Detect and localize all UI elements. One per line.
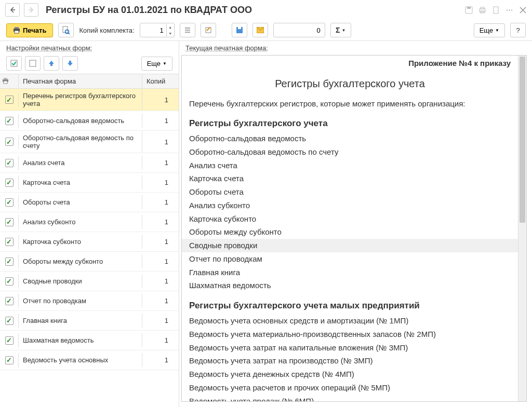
- table-row[interactable]: ✓Оборотно-сальдовая ведомость по счету1: [0, 131, 179, 153]
- row-name: Анализ субконто: [19, 215, 142, 229]
- table-row[interactable]: ✓Анализ счета1: [0, 153, 179, 173]
- help-button[interactable]: ?: [510, 23, 526, 37]
- table-row[interactable]: ✓Обороты между субконто1: [0, 252, 179, 272]
- svg-rect-22: [4, 81, 7, 84]
- row-checkbox[interactable]: ✓: [5, 159, 14, 167]
- sigma-button[interactable]: Σ▼: [330, 23, 351, 37]
- row-copies: 1: [142, 156, 179, 170]
- spinner-down-icon[interactable]: ▼: [167, 30, 174, 36]
- right-panel: Текущая печатная форма: Приложение №4 к …: [179, 41, 532, 407]
- table-row[interactable]: ✓Шахматная ведомость1: [0, 331, 179, 350]
- save-icon[interactable]: [464, 6, 473, 14]
- row-name: Главная книга: [19, 314, 142, 328]
- table-row[interactable]: ✓Анализ субконто1: [0, 212, 179, 232]
- table-row[interactable]: ✓Ведомость учета основных1: [0, 350, 179, 370]
- check-all-button[interactable]: [6, 56, 22, 71]
- row-copies: 1: [142, 333, 179, 347]
- doc-h2-2: Регистры бухгалтерского учета малых пред…: [182, 297, 518, 314]
- row-copies: 1: [142, 353, 179, 367]
- row-copies: 1: [142, 195, 179, 209]
- forms-list: Печатная форма Копий ✓Перечень регистров…: [0, 74, 179, 407]
- table-row[interactable]: ✓Перечень регистров бухгалтерского учета…: [0, 89, 179, 111]
- svg-rect-16: [238, 27, 241, 29]
- close-icon[interactable]: [518, 6, 527, 14]
- row-name: Шахматная ведомость: [19, 333, 142, 347]
- print-button-label: Печать: [23, 26, 46, 34]
- doc-intro: Перечень бухгалтерских регистров, которы…: [182, 99, 518, 115]
- row-copies: 1: [142, 93, 179, 107]
- row-name: Ведомость учета основных: [19, 353, 142, 367]
- col-name-header[interactable]: Печатная форма: [19, 74, 142, 88]
- doc-line: Ведомость учета материально-производстве…: [182, 328, 518, 341]
- col-print-header[interactable]: [0, 74, 19, 88]
- table-row[interactable]: ✓Карточка счета1: [0, 173, 179, 193]
- doc-appendix-header: Приложение №4 к приказу: [182, 56, 518, 71]
- row-checkbox[interactable]: ✓: [5, 218, 14, 226]
- row-copies: 1: [142, 175, 179, 189]
- table-row[interactable]: ✓Отчет по проводкам1: [0, 291, 179, 311]
- svg-rect-3: [481, 7, 484, 9]
- forward-button[interactable]: [24, 3, 38, 17]
- row-name: Оборотно-сальдовая ведомость: [19, 114, 142, 128]
- row-checkbox[interactable]: ✓: [5, 117, 14, 125]
- row-checkbox[interactable]: ✓: [5, 336, 14, 345]
- row-checkbox[interactable]: ✓: [5, 356, 14, 364]
- doc-line: Главная книга: [182, 266, 518, 279]
- table-row[interactable]: ✓Главная книга1: [0, 311, 179, 331]
- table-row[interactable]: ✓Обороты счета1: [0, 193, 179, 212]
- toolbar-edit-button[interactable]: [201, 23, 216, 37]
- row-copies: 1: [142, 274, 179, 288]
- row-checkbox[interactable]: ✓: [5, 277, 14, 286]
- row-checkbox[interactable]: ✓: [5, 138, 14, 146]
- row-checkbox[interactable]: ✓: [5, 96, 14, 104]
- row-checkbox[interactable]: ✓: [5, 238, 14, 246]
- titlebar: Регистры БУ на 01.01.2021 по КВАДРАТ ООО: [0, 0, 532, 20]
- doc-line: Ведомость учета расчетов и прочих операц…: [182, 381, 518, 395]
- table-row[interactable]: ✓Сводные проводки1: [0, 272, 179, 291]
- toolbar-more-button[interactable]: Еще▼: [474, 23, 505, 37]
- row-checkbox[interactable]: ✓: [5, 257, 14, 266]
- move-down-button[interactable]: [62, 56, 78, 71]
- left-more-button[interactable]: Еще▼: [141, 57, 172, 71]
- svg-point-7: [509, 9, 510, 10]
- doc-line: Оборотно-сальдовая ведомость по счету: [182, 145, 518, 159]
- row-checkbox[interactable]: ✓: [5, 179, 14, 187]
- document-icon[interactable]: [491, 6, 500, 14]
- table-row[interactable]: ✓Карточка субконто1: [0, 232, 179, 252]
- copies-input[interactable]: [140, 24, 166, 36]
- toolbar-mail-button[interactable]: [252, 23, 268, 37]
- svg-rect-19: [30, 60, 36, 66]
- list-header: Печатная форма Копий: [0, 74, 179, 89]
- row-name: Сводные проводки: [19, 274, 142, 288]
- table-row[interactable]: ✓Оборотно-сальдовая ведомость1: [0, 111, 179, 131]
- more-icon[interactable]: [505, 6, 513, 14]
- copies-label: Копий комплекта:: [79, 26, 134, 34]
- row-copies: 1: [142, 314, 179, 328]
- toolbar-list-button[interactable]: [180, 23, 195, 37]
- row-name: Карточка субконто: [19, 235, 142, 249]
- row-checkbox[interactable]: ✓: [5, 198, 14, 207]
- row-copies: 1: [142, 114, 179, 128]
- col-copies-header[interactable]: Копий: [142, 74, 179, 88]
- row-checkbox[interactable]: ✓: [5, 297, 14, 305]
- copies-spinner[interactable]: ▲ ▼: [140, 23, 175, 37]
- preview-button[interactable]: [58, 23, 74, 37]
- vertical-scrollbar[interactable]: [518, 56, 526, 401]
- row-name: Анализ счета: [19, 156, 142, 170]
- number-input[interactable]: [273, 23, 325, 37]
- print-icon[interactable]: [478, 6, 486, 14]
- doc-line: Ведомость учета затрат на производство (…: [182, 354, 518, 368]
- main-toolbar: Печать Копий комплекта: ▲ ▼ Σ▼ Еще▼ ?: [0, 20, 532, 41]
- back-button[interactable]: [5, 3, 20, 17]
- svg-rect-1: [467, 7, 471, 9]
- spinner-up-icon[interactable]: ▲: [167, 24, 174, 30]
- move-up-button[interactable]: [44, 56, 59, 71]
- row-copies: 1: [142, 254, 179, 268]
- print-button[interactable]: Печать: [6, 23, 53, 37]
- row-checkbox[interactable]: ✓: [5, 317, 14, 325]
- scrollbar-thumb[interactable]: [520, 57, 525, 223]
- document-viewer: Приложение №4 к приказу Регистры бухгалт…: [181, 55, 527, 402]
- doc-line: Сводные проводки: [182, 239, 518, 252]
- toolbar-save-button[interactable]: [232, 23, 247, 37]
- uncheck-all-button[interactable]: [25, 56, 41, 71]
